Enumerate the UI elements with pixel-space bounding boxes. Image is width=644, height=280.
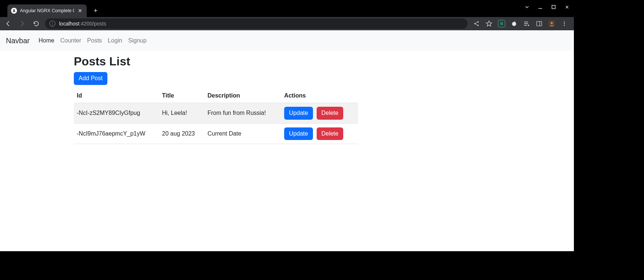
svg-line-5: [475, 22, 478, 23]
th-actions: Actions: [281, 89, 358, 103]
cell-id: -NcI9mJ76aepmcY_p1yW: [74, 123, 159, 144]
share-icon[interactable]: [471, 18, 482, 29]
svg-point-4: [477, 25, 478, 26]
th-id: Id: [74, 89, 159, 103]
navbar-brand[interactable]: Navbar: [6, 37, 30, 45]
window-controls: ✕: [524, 4, 570, 10]
svg-point-16: [564, 25, 565, 25]
th-title: Title: [159, 89, 204, 103]
browser-tab[interactable]: A Angular NGRX Complete C ✕: [7, 4, 87, 17]
table-row: -NcI9mJ76aepmcY_p1yW 20 aug 2023 Current…: [74, 123, 358, 144]
new-tab-button[interactable]: +: [90, 6, 101, 16]
close-tab-icon[interactable]: ✕: [77, 8, 83, 14]
page-title: Posts List: [74, 55, 358, 68]
url-text: localhost:4200/posts: [59, 21, 106, 27]
svg-rect-10: [537, 21, 542, 26]
svg-point-3: [477, 21, 478, 23]
svg-rect-9: [524, 25, 527, 26]
cell-title: 20 aug 2023: [159, 123, 204, 144]
cell-id: -NcI-zS2MY89CIyGfpug: [74, 103, 159, 123]
delete-button[interactable]: Delete: [317, 107, 343, 120]
close-window-icon[interactable]: ✕: [564, 4, 570, 10]
update-button[interactable]: Update: [284, 107, 313, 120]
add-post-button[interactable]: Add Post: [74, 72, 107, 85]
svg-point-14: [564, 21, 565, 22]
nav-link-signup[interactable]: Signup: [128, 37, 147, 44]
site-info-icon[interactable]: i: [49, 21, 55, 27]
profile-avatar-icon[interactable]: [547, 18, 557, 29]
tab-title: Angular NGRX Complete C: [20, 8, 74, 13]
page-viewport: Navbar Home Counter Posts Login Signup P…: [0, 30, 574, 251]
back-icon[interactable]: [3, 18, 13, 29]
extensions-puzzle-icon[interactable]: [509, 18, 519, 29]
delete-button[interactable]: Delete: [317, 127, 343, 140]
update-button[interactable]: Update: [284, 127, 313, 140]
url-input[interactable]: i localhost:4200/posts: [45, 18, 468, 29]
nav-link-counter[interactable]: Counter: [60, 37, 81, 44]
svg-line-6: [475, 24, 478, 25]
svg-point-13: [551, 22, 553, 24]
browser-window: A Angular NGRX Complete C ✕ + ✕ i localh…: [0, 0, 574, 251]
media-control-icon[interactable]: [521, 18, 532, 29]
angular-favicon-icon: A: [11, 8, 17, 14]
table-header-row: Id Title Description Actions: [74, 89, 358, 103]
cell-description: From fun from Russia!: [204, 103, 281, 123]
cell-actions: Update Delete: [281, 123, 358, 144]
side-panel-icon[interactable]: [534, 18, 544, 29]
cell-description: Current Date: [204, 123, 281, 144]
svg-rect-7: [524, 22, 528, 23]
forward-icon[interactable]: [17, 18, 27, 29]
nav-link-login[interactable]: Login: [108, 37, 122, 44]
table-row: -NcI-zS2MY89CIyGfpug Hi, Leela! From fun…: [74, 103, 358, 123]
menu-dots-icon[interactable]: [559, 18, 569, 29]
main-container: Posts List Add Post Id Title Description…: [74, 51, 358, 144]
cell-title: Hi, Leela!: [159, 103, 204, 123]
cell-actions: Update Delete: [281, 103, 358, 123]
tab-bar: A Angular NGRX Complete C ✕ + ✕: [0, 0, 574, 17]
minimize-icon[interactable]: [537, 4, 544, 10]
maximize-icon[interactable]: [550, 4, 557, 10]
bookmark-star-icon[interactable]: [484, 18, 494, 29]
tabs-dropdown-icon[interactable]: [524, 4, 530, 10]
address-bar: i localhost:4200/posts N: [0, 17, 574, 30]
svg-rect-1: [552, 6, 555, 9]
extension-n-icon[interactable]: N: [496, 18, 507, 29]
app-navbar: Navbar Home Counter Posts Login Signup: [0, 30, 574, 51]
svg-point-15: [564, 23, 565, 24]
reload-icon[interactable]: [31, 18, 41, 29]
nav-link-home[interactable]: Home: [38, 37, 54, 44]
th-description: Description: [204, 89, 281, 103]
toolbar-right: N: [471, 18, 571, 29]
svg-rect-8: [524, 23, 528, 24]
posts-table: Id Title Description Actions -NcI-zS2MY8…: [74, 89, 358, 144]
nav-link-posts[interactable]: Posts: [87, 37, 102, 44]
